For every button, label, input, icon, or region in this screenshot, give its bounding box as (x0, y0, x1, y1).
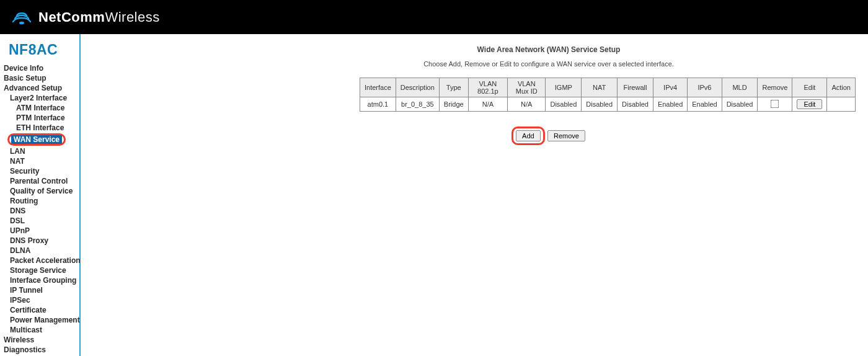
nav-wireless[interactable]: Wireless (4, 335, 79, 345)
nav-parental-control[interactable]: Parental Control (4, 176, 79, 186)
nav-power-mgmt[interactable]: Power Management (4, 315, 79, 325)
brand-name-bold: NetComm (38, 9, 105, 25)
main-content: Wide Area Network (WAN) Service Setup Ch… (81, 34, 868, 356)
cell-description: br_0_8_35 (396, 97, 439, 112)
nav-dns-proxy[interactable]: DNS Proxy (4, 236, 79, 246)
nav-interface-grouping[interactable]: Interface Grouping (4, 275, 79, 285)
wan-service-table: Interface Description Type VLAN 802.1p V… (360, 78, 856, 112)
brand-name-light: Wireless (105, 9, 159, 25)
nav-basic-setup[interactable]: Basic Setup (4, 73, 79, 83)
svg-point-0 (19, 21, 24, 24)
col-igmp: IGMP (546, 78, 582, 97)
nav-wan-service[interactable]: WAN Service (4, 133, 66, 146)
nav-advanced-setup[interactable]: Advanced Setup (4, 83, 79, 93)
nav-diagnostics[interactable]: Diagnostics (4, 345, 79, 355)
page-title: Wide Area Network (WAN) Service Setup (360, 45, 738, 54)
col-firewall: Firewall (618, 78, 653, 97)
cell-ipv4: Enabled (653, 97, 687, 112)
nav-nat[interactable]: NAT (4, 156, 79, 166)
nav-atm-interface[interactable]: ATM Interface (4, 103, 79, 113)
nav-eth-interface[interactable]: ETH Interface (4, 123, 79, 133)
remove-button[interactable]: Remove (547, 130, 585, 141)
netcomm-logo-icon (11, 9, 32, 25)
nav-upnp[interactable]: UPnP (4, 226, 79, 236)
nav-certificate[interactable]: Certificate (4, 305, 79, 315)
cell-vlan8021p: N/A (468, 97, 507, 112)
col-ipv4: IPv4 (653, 78, 687, 97)
cell-edit: Edit (792, 97, 827, 112)
nav-device-info[interactable]: Device Info (4, 63, 79, 73)
col-ipv6: IPv6 (688, 78, 722, 97)
col-mld: MLD (722, 78, 758, 97)
col-type: Type (439, 78, 468, 97)
cell-mld: Disabled (722, 97, 758, 112)
nav-dns[interactable]: DNS (4, 206, 79, 216)
nav-layer2-interface[interactable]: Layer2 Interface (4, 93, 79, 103)
cell-interface: atm0.1 (360, 97, 396, 112)
header-bar: NetCommWireless (0, 0, 868, 34)
cell-type: Bridge (439, 97, 468, 112)
nav-wan-service-highlight-ring: WAN Service (7, 133, 66, 146)
cell-nat: Disabled (582, 97, 618, 112)
cell-remove (758, 97, 792, 112)
edit-row-button[interactable]: Edit (797, 99, 822, 109)
col-vlanmux: VLAN Mux ID (508, 78, 546, 97)
cell-ipv6: Enabled (688, 97, 722, 112)
cell-vlanmux: N/A (508, 97, 546, 112)
nav-packet-accel[interactable]: Packet Acceleration (4, 256, 79, 265)
table-header-row: Interface Description Type VLAN 802.1p V… (360, 78, 856, 97)
cell-igmp: Disabled (546, 97, 582, 112)
page-subtitle: Choose Add, Remove or Edit to configure … (360, 60, 738, 68)
action-buttons: Add Remove (360, 127, 738, 145)
nav-storage-service[interactable]: Storage Service (4, 265, 79, 275)
nav-ip-tunnel[interactable]: IP Tunnel (4, 285, 79, 295)
cell-firewall: Disabled (618, 97, 653, 112)
nav-routing[interactable]: Routing (4, 196, 79, 206)
col-action: Action (827, 78, 856, 97)
sidebar-nav: Device Info Basic Setup Advanced Setup L… (0, 62, 79, 356)
nav-wan-service-label: WAN Service (11, 135, 62, 144)
nav-qos[interactable]: Quality of Service (4, 186, 79, 196)
add-button-highlight-ring: Add (512, 127, 545, 145)
col-interface: Interface (360, 78, 396, 97)
nav-ptm-interface[interactable]: PTM Interface (4, 113, 79, 123)
col-remove: Remove (758, 78, 792, 97)
nav-dlna[interactable]: DLNA (4, 246, 79, 256)
col-description: Description (396, 78, 439, 97)
add-button[interactable]: Add (516, 130, 541, 141)
sidebar: NF8AC Device Info Basic Setup Advanced S… (0, 34, 81, 356)
brand-name: NetCommWireless (38, 9, 160, 25)
nav-ipsec[interactable]: IPSec (4, 295, 79, 305)
remove-checkbox[interactable] (771, 99, 779, 108)
nav-dsl[interactable]: DSL (4, 216, 79, 226)
col-vlan8021p: VLAN 802.1p (468, 78, 507, 97)
col-edit: Edit (792, 78, 827, 97)
nav-lan[interactable]: LAN (4, 146, 79, 156)
nav-multicast[interactable]: Multicast (4, 325, 79, 335)
model-label: NF8AC (0, 37, 79, 62)
cell-action (827, 97, 856, 112)
table-row: atm0.1 br_0_8_35 Bridge N/A N/A Disabled… (360, 97, 856, 112)
col-nat: NAT (582, 78, 618, 97)
nav-security[interactable]: Security (4, 166, 79, 176)
